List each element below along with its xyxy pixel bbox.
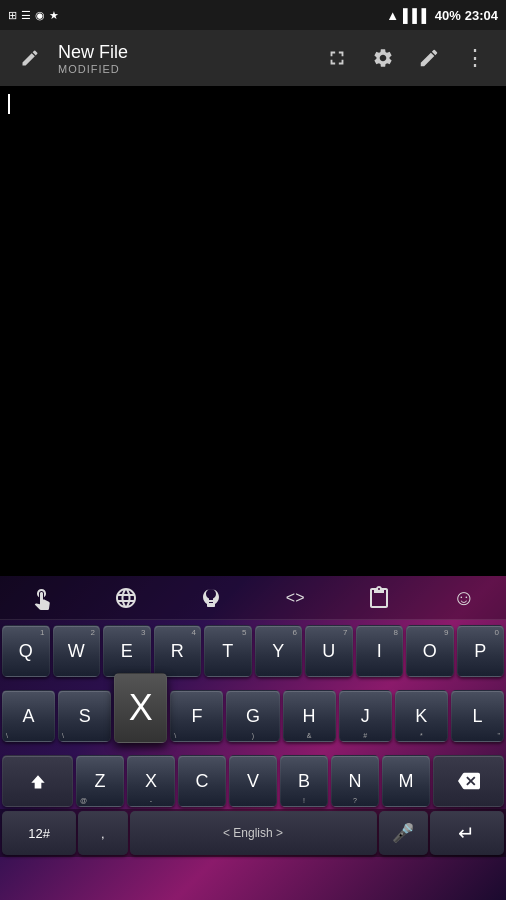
keyboard-row-3: @Z -X C V !B ?N M: [0, 753, 506, 809]
editor-area[interactable]: [0, 86, 506, 576]
keyboard-bottom-bar: 12# , < English > 🎤 ↵: [0, 809, 506, 857]
keyboard: <> ☺ 1Q 2W 3E 4R 5T 6Y 7U 8I 9O 0P \A \S…: [0, 576, 506, 900]
clipboard-button[interactable]: [337, 576, 421, 619]
backspace-button[interactable]: [433, 755, 504, 807]
key-i[interactable]: 8I: [356, 625, 404, 677]
space-bar[interactable]: < English >: [130, 811, 377, 855]
key-z[interactable]: @Z: [76, 755, 124, 807]
key-t[interactable]: 5T: [204, 625, 252, 677]
status-left-icons: ⊞ ☰ ◉ ★: [8, 9, 59, 22]
text-cursor: [8, 94, 10, 114]
code-button[interactable]: <>: [253, 576, 337, 619]
comma-button[interactable]: ,: [78, 811, 127, 855]
pencil-button[interactable]: [410, 39, 448, 77]
title-area: New File MODIFIED: [58, 42, 318, 75]
android-icon: ☰: [21, 9, 31, 22]
action-bar: New File MODIFIED ⋮: [0, 30, 506, 86]
key-n[interactable]: ?N: [331, 755, 379, 807]
key-f[interactable]: \F: [170, 690, 223, 742]
key-o[interactable]: 9O: [406, 625, 454, 677]
language-button[interactable]: [84, 576, 168, 619]
number-mode-button[interactable]: 12#: [2, 811, 76, 855]
key-x2[interactable]: -X: [127, 755, 175, 807]
key-h[interactable]: &H: [283, 690, 336, 742]
key-g[interactable]: )G: [226, 690, 279, 742]
key-q[interactable]: 1Q: [2, 625, 50, 677]
theme-button[interactable]: [169, 576, 253, 619]
keyboard-row-1: 1Q 2W 3E 4R 5T 6Y 7U 8I 9O 0P: [0, 623, 506, 679]
key-u[interactable]: 7U: [305, 625, 353, 677]
status-bar: ⊞ ☰ ◉ ★ ▲ ▌▌▌ 40% 23:04: [0, 0, 506, 30]
keyboard-row-2: \A \S X \F )G &H #J *K "L: [0, 679, 506, 753]
more-options-button[interactable]: ⋮: [456, 39, 494, 77]
enter-button[interactable]: ↵: [430, 811, 504, 855]
settings-button[interactable]: [364, 39, 402, 77]
microphone-button[interactable]: 🎤: [379, 811, 428, 855]
signal-icon: ▌▌▌: [403, 8, 431, 23]
key-m[interactable]: M: [382, 755, 430, 807]
gesture-button[interactable]: [0, 576, 84, 619]
key-c[interactable]: C: [178, 755, 226, 807]
shift-button[interactable]: [2, 755, 73, 807]
star-icon: ★: [49, 9, 59, 22]
edit-icon[interactable]: [12, 40, 48, 76]
sync-icon: ◉: [35, 9, 45, 22]
wifi-icon: ▲: [386, 8, 399, 23]
keyboard-top-bar: <> ☺: [0, 576, 506, 620]
key-l[interactable]: "L: [451, 690, 504, 742]
key-p[interactable]: 0P: [457, 625, 505, 677]
file-status: MODIFIED: [58, 63, 318, 75]
key-b[interactable]: !B: [280, 755, 328, 807]
action-icons-right: ⋮: [318, 39, 494, 77]
key-r[interactable]: 4R: [154, 625, 202, 677]
battery-text: 40%: [435, 8, 461, 23]
key-k[interactable]: *K: [395, 690, 448, 742]
key-y[interactable]: 6Y: [255, 625, 303, 677]
key-v[interactable]: V: [229, 755, 277, 807]
key-x-popup[interactable]: X: [114, 673, 167, 743]
emoji-button[interactable]: ☺: [422, 576, 506, 619]
key-s[interactable]: \S: [58, 690, 111, 742]
key-w[interactable]: 2W: [53, 625, 101, 677]
key-e[interactable]: 3E: [103, 625, 151, 677]
file-title: New File: [58, 42, 318, 63]
status-right-info: ▲ ▌▌▌ 40% 23:04: [386, 8, 498, 23]
space-label: < English >: [223, 826, 283, 840]
key-j[interactable]: #J: [339, 690, 392, 742]
expand-button[interactable]: [318, 39, 356, 77]
time-display: 23:04: [465, 8, 498, 23]
key-a[interactable]: \A: [2, 690, 55, 742]
grid-icon: ⊞: [8, 9, 17, 22]
